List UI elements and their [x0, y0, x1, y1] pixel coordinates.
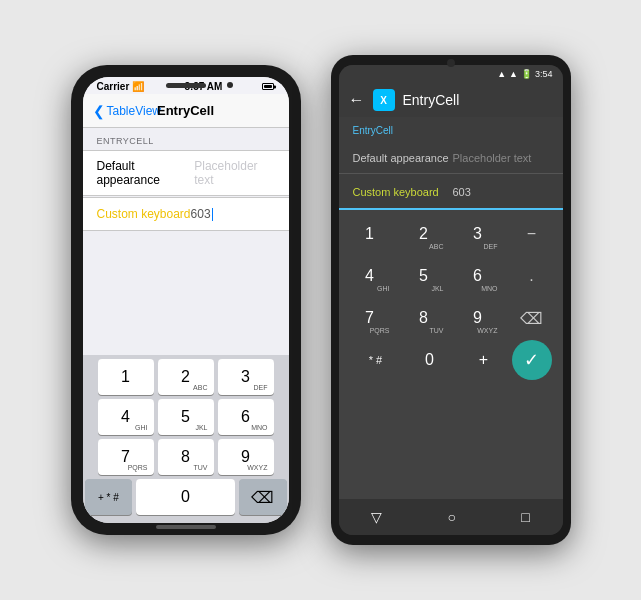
android-back-button[interactable]: ←: [349, 91, 365, 109]
ios-cell-default: Default appearance Placeholder text: [83, 150, 289, 196]
ios-key-symbols[interactable]: + * #: [85, 479, 133, 515]
ios-key-row-2: 4GHI 5JKL 6MNO: [85, 399, 287, 435]
ios-screen: Carrier 📶 8:37 AM ❮ TableView EntryCell …: [83, 77, 289, 523]
android-content: EntryCell Default appearance Placeholder…: [339, 117, 563, 210]
ios-key-2[interactable]: 2ABC: [158, 359, 214, 395]
android-keyboard: 1 2ABC 3DEF − 4GHI 5JKL 6MNO . 7PQRS 8TU…: [339, 210, 563, 499]
ios-key-6[interactable]: 6MNO: [218, 399, 274, 435]
android-battery-icon: 🔋: [521, 69, 532, 79]
android-logo-text: X: [380, 95, 387, 106]
ios-key-7[interactable]: 7PQRS: [98, 439, 154, 475]
ios-back-label: TableView: [107, 104, 161, 118]
ios-cell-custom: Custom keyboard 603: [83, 197, 289, 231]
android-nav-back-icon[interactable]: ▽: [371, 509, 382, 525]
android-nav-home-icon[interactable]: ○: [448, 509, 456, 525]
ios-key-delete[interactable]: ⌫: [239, 479, 287, 515]
android-cell-custom: Custom keyboard 603: [339, 174, 563, 210]
ios-key-0[interactable]: 0: [136, 479, 235, 515]
ios-nav-bar: ❮ TableView EntryCell: [83, 94, 289, 128]
android-nav-recents-icon[interactable]: □: [521, 509, 529, 525]
android-key-minus[interactable]: −: [506, 214, 558, 254]
ios-key-8[interactable]: 8TUV: [158, 439, 214, 475]
android-camera: [447, 59, 455, 67]
android-cell-custom-label: Custom keyboard: [353, 186, 453, 198]
android-key-confirm[interactable]: ✓: [512, 340, 552, 380]
android-key-row-1: 1 2ABC 3DEF −: [341, 214, 561, 254]
android-signal-icon: ▲: [497, 69, 506, 79]
android-status-right: ▲ ▲ 🔋 3:54: [497, 69, 552, 79]
ios-key-row-1: 1 2ABC 3DEF: [85, 359, 287, 395]
android-key-row-4: * # 0 + ✓: [341, 340, 561, 380]
android-key-3[interactable]: 3DEF: [452, 214, 504, 254]
ios-status-right: [262, 83, 274, 90]
android-toolbar: ← X EntryCell: [339, 83, 563, 117]
android-logo: X: [373, 89, 395, 111]
ios-key-1[interactable]: 1: [98, 359, 154, 395]
ios-battery-icon: [262, 83, 274, 90]
android-key-0[interactable]: 0: [404, 340, 456, 380]
ios-cell-custom-value: 603: [191, 207, 211, 221]
android-key-2[interactable]: 2ABC: [398, 214, 450, 254]
ios-camera: [227, 82, 233, 88]
ios-home-indicator: [156, 525, 216, 529]
android-wifi-icon: ▲: [509, 69, 518, 79]
ios-status-left: Carrier 📶: [97, 81, 145, 92]
ios-cell-default-label: Default appearance: [97, 159, 195, 187]
android-key-6[interactable]: 6MNO: [452, 256, 504, 296]
android-time: 3:54: [535, 69, 553, 79]
android-cell-default-label: Default appearance: [353, 152, 453, 164]
ios-text-cursor: [212, 208, 214, 221]
android-key-row-3: 7PQRS 8TUV 9WXYZ ⌫: [341, 298, 561, 338]
ios-key-5[interactable]: 5JKL: [158, 399, 214, 435]
android-status-bar: ▲ ▲ 🔋 3:54: [339, 65, 563, 83]
ios-key-9[interactable]: 9WXYZ: [218, 439, 274, 475]
android-nav-bar: ▽ ○ □: [339, 499, 563, 535]
android-cell-default-placeholder: Placeholder text: [453, 152, 532, 164]
android-key-row-2: 4GHI 5JKL 6MNO .: [341, 256, 561, 296]
android-key-8[interactable]: 8TUV: [398, 298, 450, 338]
ios-key-row-4: + * # 0 ⌫: [85, 479, 287, 515]
ios-key-3[interactable]: 3DEF: [218, 359, 274, 395]
ios-section-header: ENTRYCELL: [83, 128, 289, 150]
ios-phone: Carrier 📶 8:37 AM ❮ TableView EntryCell …: [71, 65, 301, 535]
android-cell-default: Default appearance Placeholder text: [339, 138, 563, 174]
android-key-1[interactable]: 1: [344, 214, 396, 254]
android-key-7[interactable]: 7PQRS: [344, 298, 396, 338]
android-screen: ▲ ▲ 🔋 3:54 ← X EntryCell EntryCell Defau…: [339, 65, 563, 535]
ios-keyboard: 1 2ABC 3DEF 4GHI 5JKL 6MNO 7PQRS 8TUV 9W…: [83, 355, 289, 523]
android-key-plus[interactable]: +: [458, 340, 510, 380]
android-key-delete[interactable]: ⌫: [506, 298, 558, 338]
ios-wifi-icon: 📶: [132, 81, 144, 92]
ios-key-row-3: 7PQRS 8TUV 9WXYZ: [85, 439, 287, 475]
android-key-9[interactable]: 9WXYZ: [452, 298, 504, 338]
android-key-dot[interactable]: .: [506, 256, 558, 296]
android-key-4[interactable]: 4GHI: [344, 256, 396, 296]
android-toolbar-title: EntryCell: [403, 92, 460, 108]
ios-nav-title: EntryCell: [157, 103, 214, 118]
ios-carrier: Carrier: [97, 81, 130, 92]
ios-cell-custom-label: Custom keyboard: [97, 207, 191, 221]
android-key-5[interactable]: 5JKL: [398, 256, 450, 296]
ios-speaker: [166, 83, 206, 88]
ios-key-4[interactable]: 4GHI: [98, 399, 154, 435]
android-cell-custom-value: 603: [453, 186, 471, 198]
ios-content: ENTRYCELL Default appearance Placeholder…: [83, 128, 289, 355]
ios-cell-default-placeholder: Placeholder text: [194, 159, 274, 187]
android-phone: ▲ ▲ 🔋 3:54 ← X EntryCell EntryCell Defau…: [331, 55, 571, 545]
android-key-symbols[interactable]: * #: [350, 340, 402, 380]
ios-back-button[interactable]: ❮ TableView: [93, 103, 161, 119]
android-section-label: EntryCell: [339, 117, 563, 138]
ios-back-chevron-icon: ❮: [93, 103, 105, 119]
